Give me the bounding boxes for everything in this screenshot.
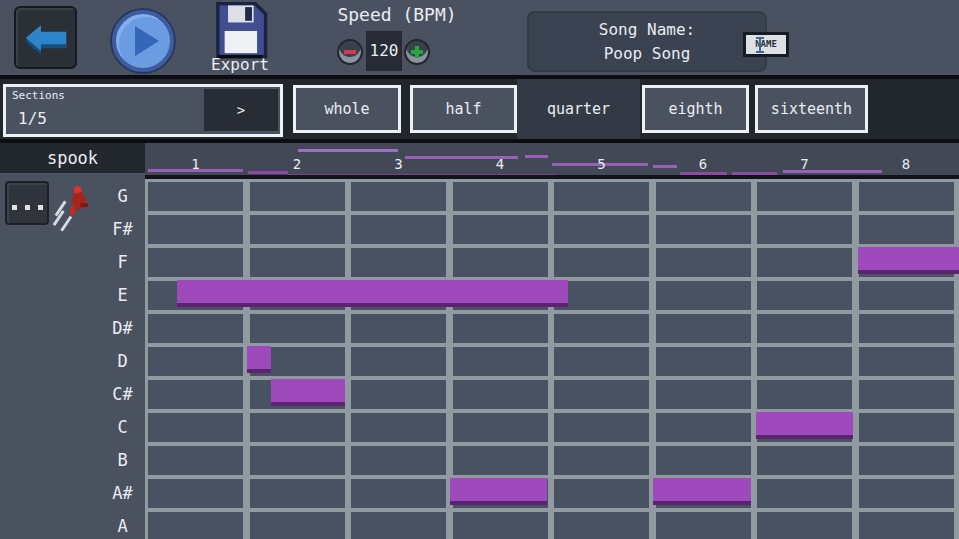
grid-cell[interactable]: [656, 446, 751, 475]
grid-cell[interactable]: [351, 380, 446, 409]
track-instrument-sprite-icon[interactable]: [52, 183, 90, 233]
grid-cell[interactable]: [148, 182, 243, 211]
grid-cell[interactable]: [656, 380, 751, 409]
grid-cell[interactable]: [554, 413, 649, 442]
grid-cell[interactable]: [351, 182, 446, 211]
grid-cell[interactable]: [757, 281, 852, 310]
rename-song-button[interactable]: NAME: [743, 32, 789, 57]
grid-cell[interactable]: [453, 347, 548, 376]
grid-cell[interactable]: [351, 512, 446, 539]
grid-cell[interactable]: [250, 413, 345, 442]
grid-cell[interactable]: [757, 215, 852, 244]
grid-cell[interactable]: [148, 248, 243, 277]
grid-cell[interactable]: [453, 512, 548, 539]
grid-cell[interactable]: [148, 479, 243, 508]
grid-cell[interactable]: [757, 347, 852, 376]
grid-cell[interactable]: [250, 314, 345, 343]
grid-cell[interactable]: [351, 248, 446, 277]
grid-cell[interactable]: [250, 446, 345, 475]
note-E[interactable]: [177, 280, 568, 307]
note-C#[interactable]: [271, 379, 296, 406]
grid-cell[interactable]: [554, 215, 649, 244]
grid-cell[interactable]: [757, 314, 852, 343]
grid-cell[interactable]: [453, 380, 548, 409]
export-button[interactable]: Export: [203, 2, 277, 76]
note-F[interactable]: [858, 247, 959, 274]
grid-cell[interactable]: [554, 479, 649, 508]
grid-cell[interactable]: [453, 182, 548, 211]
grid-cell[interactable]: [656, 314, 751, 343]
grid-cell[interactable]: [453, 446, 548, 475]
note-C[interactable]: [756, 412, 853, 439]
duration-button-eighth[interactable]: eighth: [642, 85, 749, 133]
grid-cell[interactable]: [554, 446, 649, 475]
note-D[interactable]: [247, 346, 271, 373]
grid-cell[interactable]: [351, 413, 446, 442]
duration-button-sixteenth[interactable]: sixteenth: [755, 85, 868, 133]
grid-cell[interactable]: [351, 215, 446, 244]
grid-cell[interactable]: [656, 347, 751, 376]
grid-cell[interactable]: [250, 512, 345, 539]
track-tab-spook[interactable]: spook: [0, 143, 145, 175]
grid-cell[interactable]: [656, 413, 751, 442]
grid-cell[interactable]: [554, 347, 649, 376]
grid-cell[interactable]: [250, 182, 345, 211]
grid-cell[interactable]: [656, 182, 751, 211]
grid-cell[interactable]: [554, 380, 649, 409]
grid-cell[interactable]: [859, 215, 954, 244]
duration-button-quarter[interactable]: quarter: [517, 79, 640, 139]
grid-cell[interactable]: [554, 314, 649, 343]
grid-cell[interactable]: [148, 380, 243, 409]
more-options-button[interactable]: [5, 181, 49, 225]
grid-cell[interactable]: [757, 182, 852, 211]
play-button[interactable]: [112, 10, 174, 72]
grid-cell[interactable]: [859, 347, 954, 376]
grid-cell[interactable]: [148, 215, 243, 244]
grid-cell[interactable]: [757, 248, 852, 277]
grid-cell[interactable]: [859, 413, 954, 442]
grid-cell[interactable]: [859, 446, 954, 475]
grid-cell[interactable]: [351, 347, 446, 376]
grid-cell[interactable]: [859, 314, 954, 343]
grid-cell[interactable]: [757, 479, 852, 508]
grid-cell[interactable]: [351, 446, 446, 475]
grid-cell[interactable]: [757, 512, 852, 539]
grid-cell[interactable]: [250, 248, 345, 277]
grid-cell[interactable]: [656, 248, 751, 277]
grid-cell[interactable]: [554, 512, 649, 539]
next-section-button[interactable]: >: [204, 89, 278, 131]
grid-cell[interactable]: [554, 281, 649, 310]
note-C#[interactable]: [296, 379, 345, 406]
grid-cell[interactable]: [453, 314, 548, 343]
grid-cell[interactable]: [656, 512, 751, 539]
grid-cell[interactable]: [148, 446, 243, 475]
grid-cell[interactable]: [453, 413, 548, 442]
grid-cell[interactable]: [859, 512, 954, 539]
grid-cell[interactable]: [453, 248, 548, 277]
grid-cell[interactable]: [351, 479, 446, 508]
grid-cell[interactable]: [453, 215, 548, 244]
grid-cell[interactable]: [148, 413, 243, 442]
grid-cell[interactable]: [656, 215, 751, 244]
speed-increase-button[interactable]: [404, 39, 430, 65]
grid-cell[interactable]: [859, 380, 954, 409]
note-A#[interactable]: [653, 478, 751, 505]
grid-cell[interactable]: [148, 314, 243, 343]
grid-cell[interactable]: [148, 347, 243, 376]
back-button[interactable]: [14, 6, 77, 69]
grid-cell[interactable]: [859, 281, 954, 310]
speed-decrease-button[interactable]: [337, 39, 363, 65]
note-A#[interactable]: [450, 478, 547, 505]
duration-button-half[interactable]: half: [410, 85, 517, 133]
grid-cell[interactable]: [250, 479, 345, 508]
grid-cell[interactable]: [757, 380, 852, 409]
grid-cell[interactable]: [859, 479, 954, 508]
grid-cell[interactable]: [656, 281, 751, 310]
grid-cell[interactable]: [250, 215, 345, 244]
timeline-strip[interactable]: 12345678: [145, 143, 959, 175]
grid-cell[interactable]: [148, 512, 243, 539]
grid-cell[interactable]: [554, 248, 649, 277]
grid-cell[interactable]: [554, 182, 649, 211]
grid-cell[interactable]: [859, 182, 954, 211]
grid-cell[interactable]: [351, 314, 446, 343]
